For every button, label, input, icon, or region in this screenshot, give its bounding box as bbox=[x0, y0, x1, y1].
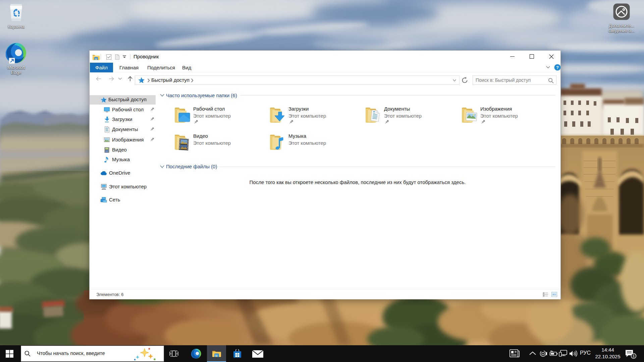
svg-text:1: 1 bbox=[633, 354, 635, 358]
svg-text:?: ? bbox=[556, 65, 559, 70]
